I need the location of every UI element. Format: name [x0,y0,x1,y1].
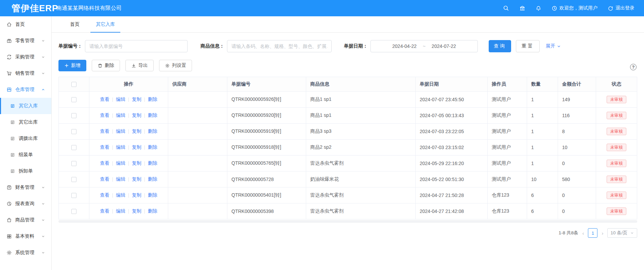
action-edit-link[interactable]: 编辑 [116,160,125,166]
action-view-link[interactable]: 查看 [100,96,109,103]
sidebar-item-finance[interactable]: 财务管理 [0,179,51,196]
action-edit-link[interactable]: 编辑 [116,192,125,198]
sidebar-item-label: 系统管理 [15,250,40,256]
prev-page-button[interactable]: ‹ [581,230,585,236]
action-copy-link[interactable]: 复制 [132,112,141,119]
tab-other-inbound[interactable]: 其它入库 [88,16,123,32]
select-all-checkbox[interactable] [71,82,76,87]
sidebar-item-other-outbound[interactable]: 其它出库 [0,114,51,130]
action-view-link[interactable]: 查看 [100,144,109,150]
action-view-link[interactable]: 查看 [100,112,109,119]
date-from-value[interactable]: 2024-04-22 [392,43,417,49]
date-cell: 2024-05-22 00:51:30 [416,172,488,187]
row-checkbox[interactable] [71,161,76,166]
action-separator [112,129,113,134]
date-range-picker[interactable]: 2024-04-22 ~ 2024-07-22 [370,40,478,52]
product-info-input[interactable] [227,40,332,52]
sidebar-item-basic[interactable]: 基本资料 [0,228,51,245]
table-row: 查看编辑复制删除QTRK00000005918[转]商品2 sp22024-07… [59,140,637,156]
expand-filters-link[interactable]: 展开 [546,43,561,49]
sidebar-item-transfer-outbound[interactable]: 调拨出库 [0,130,51,147]
welcome-user[interactable]: 欢迎您，测试用户 [552,5,597,11]
delete-button[interactable]: 删除 [92,60,120,71]
sidebar-item-other-inbound[interactable]: 其它入库 [0,98,51,114]
sidebar-item-system[interactable]: 系统管理 [0,245,51,261]
action-edit-link[interactable]: 编辑 [116,96,125,103]
action-delete-link[interactable]: 删除 [148,160,157,166]
row-checkbox[interactable] [71,97,76,102]
tab-home[interactable]: 首页 [62,16,88,32]
doc-date-label: 单据日期： [344,43,368,49]
row-checkbox[interactable] [71,193,76,198]
sidebar-item-home[interactable]: 首页 [0,16,51,33]
sidebar-item-assembly-order[interactable]: 组装单 [0,147,51,163]
search-button[interactable]: 查询 [489,40,511,52]
reset-button[interactable]: 重置 [516,40,540,52]
action-view-link[interactable]: 查看 [100,192,109,198]
action-delete-link[interactable]: 删除 [148,128,157,134]
doc-icon [10,120,15,125]
logout-button[interactable]: 退出登录 [608,5,634,11]
action-copy-link[interactable]: 复制 [132,96,141,103]
action-copy-link[interactable]: 复制 [132,192,141,198]
add-button[interactable]: 新增 [58,60,86,71]
product-cell: 雷达杀虫气雾剂 [306,156,416,172]
action-edit-link[interactable]: 编辑 [116,144,125,150]
doc-no-cell: QTRK00000005398 [227,203,306,219]
export-button[interactable]: 导出 [125,60,154,71]
sidebar-item-product[interactable]: 商品管理 [0,212,51,228]
action-edit-link[interactable]: 编辑 [116,208,125,214]
sidebar-item-purchase[interactable]: 采购管理 [0,49,51,65]
sidebar-item-sales[interactable]: 销售管理 [0,65,51,82]
action-copy-link[interactable]: 复制 [132,208,141,214]
action-delete-link[interactable]: 删除 [148,208,157,214]
bank-icon[interactable] [519,5,525,11]
action-copy-link[interactable]: 复制 [132,176,141,182]
action-copy-link[interactable]: 复制 [132,160,141,166]
doc-no-cell: QTRK00000005765[转] [227,156,306,172]
sidebar-menu: 首页零售管理采购管理销售管理仓库管理其它入库其它出库调拨出库组装单拆卸单财务管理… [0,16,52,270]
export-button-label: 导出 [138,62,148,69]
action-delete-link[interactable]: 删除 [148,192,157,198]
row-checkbox[interactable] [71,145,76,150]
sidebar-item-warehouse[interactable]: 仓库管理 [0,82,51,98]
page-number-button[interactable]: 1 [588,228,597,238]
status-badge: 未审核 [607,192,626,199]
home-icon [6,22,12,27]
date-cell: 2024-07-03 23:22:05 [416,124,488,140]
sidebar-item-retail[interactable]: 零售管理 [0,33,51,49]
row-checkbox[interactable] [71,177,76,182]
sidebar-item-label: 销售管理 [15,70,40,76]
bell-icon[interactable] [536,5,541,11]
action-edit-link[interactable]: 编辑 [116,128,125,134]
action-view-link[interactable]: 查看 [100,128,109,134]
action-edit-link[interactable]: 编辑 [116,176,125,182]
amount-cell: 0 [558,203,596,219]
page-size-select[interactable]: 10 条/页 [607,228,637,238]
action-delete-link[interactable]: 删除 [148,96,157,103]
row-checkbox[interactable] [71,113,76,118]
qty-cell: 1 [527,92,558,108]
sidebar-item-report[interactable]: 报表查询 [0,196,51,212]
row-checkbox[interactable] [71,129,76,134]
action-delete-link[interactable]: 删除 [148,176,157,182]
help-icon[interactable]: ? [630,64,637,70]
search-icon[interactable] [503,5,509,11]
amount-cell: 149 [558,92,596,108]
row-checkbox[interactable] [71,209,76,214]
date-to-value[interactable]: 2024-07-22 [432,43,456,49]
action-copy-link[interactable]: 复制 [132,128,141,134]
action-delete-link[interactable]: 删除 [148,144,157,150]
action-view-link[interactable]: 查看 [100,160,109,166]
sidebar-item-disassembly-order[interactable]: 拆卸单 [0,163,51,179]
action-copy-link[interactable]: 复制 [132,144,141,150]
table-toolbar: 新增 删除 导出 列设置 [58,60,637,71]
column-settings-button[interactable]: 列设置 [159,60,192,71]
action-edit-link[interactable]: 编辑 [116,112,125,119]
action-delete-link[interactable]: 删除 [148,112,157,119]
next-page-button[interactable]: › [601,230,604,236]
action-view-link[interactable]: 查看 [100,208,109,214]
action-view-link[interactable]: 查看 [100,176,109,182]
doc-no-input[interactable] [85,40,188,52]
horizontal-scrollbar[interactable] [58,220,637,223]
